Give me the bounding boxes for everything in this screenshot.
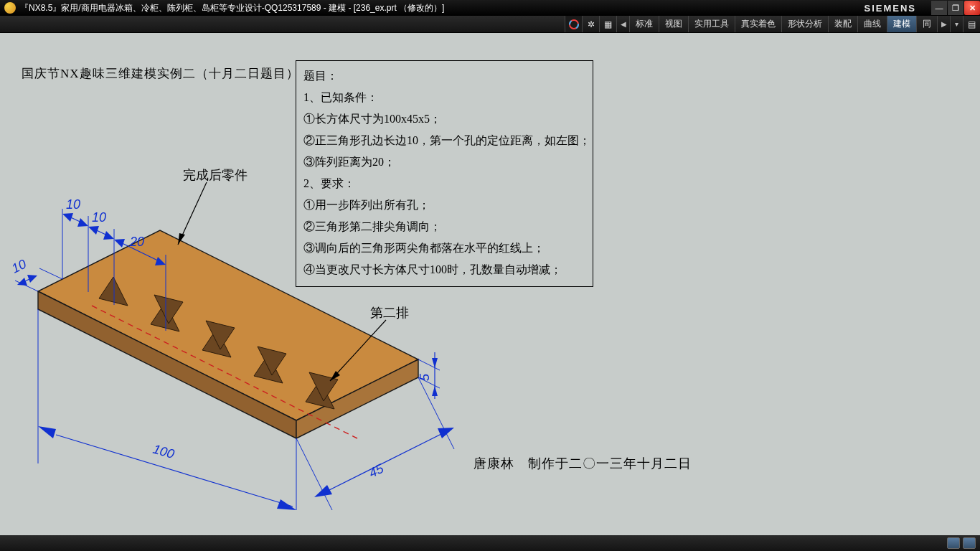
svg-marker-19 <box>277 499 296 510</box>
window-controls: — ❐ ✕ <box>930 1 980 15</box>
problem-line: ②正三角形孔边长边10，第一个孔的定位距离，如左图； <box>303 130 585 151</box>
svg-marker-24 <box>314 485 332 497</box>
svg-line-23 <box>325 431 447 492</box>
svg-line-21 <box>296 438 332 510</box>
tab-more[interactable]: ▾ <box>950 16 963 32</box>
svg-marker-49 <box>103 231 114 240</box>
grid-icon[interactable]: ▦ <box>599 16 616 32</box>
minimize-button[interactable]: — <box>931 1 947 15</box>
svg-marker-25 <box>438 428 454 438</box>
dim-5: 5 <box>418 352 440 399</box>
svg-marker-31 <box>432 386 438 396</box>
problem-line: ①长方体尺寸为100x45x5； <box>303 108 585 130</box>
tab-utilities[interactable]: 实用工具 <box>688 16 735 32</box>
gear-icon[interactable]: ✲ <box>582 16 599 32</box>
tab-modeling[interactable]: 建模 <box>887 16 916 32</box>
problem-line: 1、已知条件： <box>303 87 585 108</box>
tab-view[interactable]: 视图 <box>659 16 688 32</box>
svg-marker-52 <box>114 239 125 248</box>
tab-curve[interactable]: 曲线 <box>857 16 887 32</box>
window-title: 『NX8.5』家用/商用电器冰箱、冷柜、陈列柜、岛柜等专业设计-QQ125317… <box>20 2 864 14</box>
tab-scroll-left[interactable]: ◀ <box>616 16 629 32</box>
statusbar <box>0 535 980 551</box>
svg-line-22 <box>418 377 454 449</box>
svg-text:20: 20 <box>129 235 144 249</box>
svg-text:5: 5 <box>418 373 432 381</box>
svg-marker-18 <box>38 426 56 438</box>
close-button[interactable]: ✕ <box>964 1 980 15</box>
restore-button[interactable]: ❐ <box>948 1 963 15</box>
brand-label: SIEMENS <box>864 3 916 14</box>
credit-text: 唐康林 制作于二〇一三年十月二日 <box>473 455 692 472</box>
toolbar-end-icon[interactable]: ▤ <box>963 16 980 32</box>
tab-sync[interactable]: 同 <box>916 16 937 32</box>
tab-shape-analysis[interactable]: 形状分析 <box>781 16 828 32</box>
svg-text:10: 10 <box>9 257 29 276</box>
svg-line-34 <box>39 268 62 279</box>
svg-line-33 <box>15 281 38 291</box>
svg-marker-48 <box>88 226 99 235</box>
app-icon <box>4 2 16 14</box>
svg-text:10: 10 <box>66 197 80 212</box>
svg-line-17 <box>56 435 293 507</box>
status-icon-2[interactable] <box>963 537 976 549</box>
tab-assembly[interactable]: 装配 <box>828 16 857 32</box>
model-drawing: 100 45 5 10 <box>6 166 465 510</box>
status-icon-1[interactable] <box>947 537 960 549</box>
drawing-title: 国庆节NX趣味三维建模实例二（十月二日题目） <box>22 65 299 82</box>
tab-realshade[interactable]: 真实着色 <box>735 16 781 32</box>
problem-line: 题目： <box>303 65 585 87</box>
svg-marker-36 <box>17 278 27 286</box>
tab-scroll-right[interactable]: ▶ <box>937 16 950 32</box>
toolbar: ✲ ▦ ◀ 标准 视图 实用工具 真实着色 形状分析 装配 曲线 建模 同 ▶ … <box>0 16 980 33</box>
svg-text:45: 45 <box>367 461 387 480</box>
resource-icon[interactable] <box>565 16 582 32</box>
svg-marker-44 <box>62 213 73 222</box>
leader-finished <box>178 182 207 245</box>
graphics-area[interactable]: 国庆节NX趣味三维建模实例二（十月二日题目） 完成后零件 第二排 题目： 1、已… <box>0 33 980 535</box>
svg-marker-45 <box>77 218 88 227</box>
svg-text:10: 10 <box>92 210 106 225</box>
svg-text:100: 100 <box>151 442 176 462</box>
svg-marker-37 <box>27 275 37 283</box>
tab-standard[interactable]: 标准 <box>629 16 659 32</box>
titlebar: 『NX8.5』家用/商用电器冰箱、冷柜、陈列柜、岛柜等专业设计-QQ125317… <box>0 0 980 16</box>
